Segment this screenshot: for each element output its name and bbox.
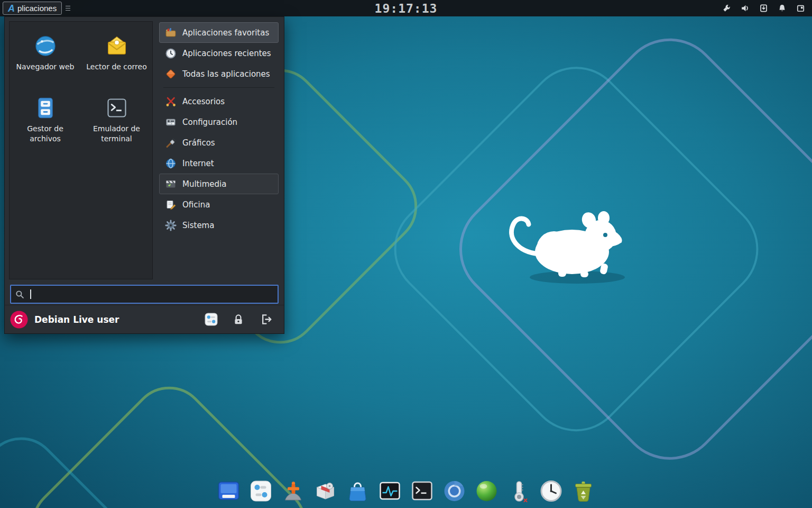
sensor-icon: [508, 479, 531, 503]
bell-icon: [778, 4, 787, 13]
software-updates-tray-button[interactable]: [758, 3, 769, 14]
category-label: Aplicaciones recientes: [182, 49, 271, 58]
file-manager-icon: [34, 96, 57, 120]
category-label: Accesorios: [182, 97, 225, 106]
category-label: Configuración: [182, 117, 237, 127]
trash-icon: [572, 479, 595, 503]
log-out-button[interactable]: [255, 310, 276, 330]
web-browser-icon: [34, 34, 57, 58]
category-label: Oficina: [182, 200, 210, 210]
favorite-terminal[interactable]: Emulador de terminal: [85, 96, 149, 144]
category-internet[interactable]: Internet: [159, 153, 279, 174]
clipboard-tray-button[interactable]: [795, 3, 806, 14]
clipboard-icon: [796, 4, 805, 13]
dock-trash-button[interactable]: [571, 478, 596, 504]
desktop-icon: [217, 479, 241, 503]
favorites-grid: Navegador web Lector de correo: [9, 21, 153, 279]
user-row: Debian Live user: [5, 305, 284, 333]
favorite-web-browser[interactable]: Navegador web: [13, 34, 78, 72]
text-caret: [30, 289, 31, 299]
system-gear-icon: [164, 219, 177, 232]
office-pen-icon: [164, 198, 177, 211]
user-name: Debian Live user: [34, 314, 194, 325]
category-label: Aplicaciones favoritas: [182, 28, 269, 38]
favorite-label: Gestor de archivos: [13, 124, 78, 144]
category-label: Todas las aplicaciones: [182, 69, 270, 79]
internet-globe-icon: [164, 157, 177, 170]
top-panel: A plicaciones 19:17:13: [0, 0, 812, 16]
dock-desktop-button[interactable]: [217, 478, 241, 504]
dock-chromium-button[interactable]: [442, 478, 467, 504]
category-multimedia[interactable]: Multimedia: [159, 174, 279, 194]
dock-setup-tool-button[interactable]: [281, 478, 306, 504]
category-separator: [163, 87, 274, 88]
multimedia-clapper-icon: [164, 178, 177, 190]
category-office[interactable]: Oficina: [159, 194, 279, 215]
volume-icon: [741, 4, 750, 13]
category-settings[interactable]: Configuración: [159, 112, 279, 132]
favorite-label: Emulador de terminal: [85, 124, 149, 144]
dock-sensor-viewer-button[interactable]: [507, 478, 531, 504]
category-system[interactable]: Sistema: [159, 215, 279, 235]
dock-settings-manager-button[interactable]: [249, 478, 273, 504]
whisker-menu: Navegador web Lector de correo: [4, 16, 284, 334]
all-settings-button[interactable]: [200, 310, 222, 330]
software-store-icon: [346, 479, 370, 503]
volume-tray-button[interactable]: [740, 3, 750, 14]
category-label: Sistema: [182, 221, 214, 230]
category-all-applications[interactable]: Todas las aplicaciones: [159, 64, 279, 84]
dock: [217, 478, 596, 504]
category-favorite-applications[interactable]: Aplicaciones favoritas: [159, 22, 279, 43]
log-out-icon: [260, 313, 272, 325]
favorite-file-manager[interactable]: Gestor de archivos: [13, 96, 78, 144]
system-tray: [721, 3, 812, 14]
category-graphics[interactable]: Gráficos: [159, 132, 279, 153]
lock-screen-button[interactable]: [228, 310, 249, 330]
category-recent-applications[interactable]: Aplicaciones recientes: [159, 43, 279, 64]
task-manager-icon: [379, 479, 402, 503]
wrench-tray-button[interactable]: [721, 3, 732, 14]
terminal-icon: [411, 479, 434, 503]
terminal-icon: [105, 96, 128, 120]
software-updates-icon: [759, 4, 768, 13]
all-settings-icon: [205, 313, 218, 326]
menu-lines-icon: [66, 6, 70, 11]
package-installer-icon: [314, 479, 337, 503]
favorites-folder-icon: [164, 26, 177, 39]
chromium-icon: [443, 479, 466, 503]
search-bar[interactable]: [10, 285, 279, 304]
dock-terminal-button[interactable]: [410, 478, 435, 504]
setup-tool-icon: [282, 479, 305, 503]
category-label: Internet: [182, 159, 214, 168]
lock-icon: [233, 314, 244, 325]
dock-task-manager-button[interactable]: [378, 478, 402, 504]
debian-logo-icon: [10, 311, 28, 329]
favorite-label: Lector de correo: [86, 62, 146, 72]
settings-manager-icon: [250, 479, 273, 503]
accessories-scissors-icon: [164, 95, 177, 108]
category-label: Multimedia: [182, 179, 226, 189]
notifications-tray-button[interactable]: [777, 3, 787, 14]
dock-package-installer-button[interactable]: [313, 478, 338, 504]
settings-panel-icon: [164, 116, 177, 129]
applications-menu-button[interactable]: A plicaciones: [3, 2, 62, 15]
category-list: Aplicaciones favoritas Aplicaciones reci…: [158, 21, 280, 279]
wrench-icon: [722, 4, 731, 13]
search-input[interactable]: [28, 289, 273, 299]
distributor-logo-icon: A: [8, 4, 15, 13]
recent-clock-icon: [164, 47, 177, 60]
favorite-label: Navegador web: [16, 62, 74, 72]
green-sphere-icon: [475, 479, 499, 503]
clock-icon: [540, 479, 563, 503]
paintbrush-icon: [164, 137, 177, 149]
dock-green-sphere-app-button[interactable]: [475, 478, 499, 504]
dock-clock-button[interactable]: [539, 478, 564, 504]
applications-menu-label: plicaciones: [17, 4, 57, 12]
favorite-mail-reader[interactable]: Lector de correo: [85, 34, 149, 72]
category-accessories[interactable]: Accesorios: [159, 91, 279, 112]
mail-reader-icon: [105, 34, 128, 58]
search-icon: [15, 290, 24, 299]
all-applications-icon: [164, 68, 177, 80]
panel-clock[interactable]: 19:17:13: [375, 2, 438, 15]
dock-software-store-button[interactable]: [346, 478, 370, 504]
